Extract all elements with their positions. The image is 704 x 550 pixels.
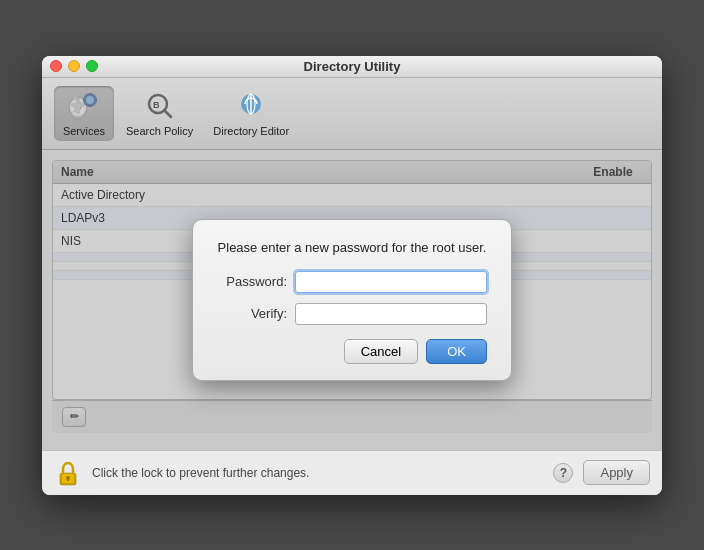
svg-rect-22 [67, 478, 69, 481]
titlebar: Directory Utility [42, 56, 662, 78]
lock-icon [54, 459, 82, 487]
help-button[interactable]: ? [553, 463, 573, 483]
directory-editor-label: Directory Editor [213, 125, 289, 137]
main-content: Name Enable Active Directory LDAPv3 NIS … [42, 150, 662, 450]
cancel-button[interactable]: Cancel [344, 339, 418, 364]
verify-input[interactable] [295, 303, 487, 325]
svg-text:B: B [153, 100, 160, 110]
toolbar: Services B Search Policy [42, 78, 662, 150]
toolbar-item-directory-editor[interactable]: Directory Editor [205, 86, 297, 141]
services-label: Services [63, 125, 105, 137]
password-label: Password: [217, 274, 287, 289]
apply-button[interactable]: Apply [583, 460, 650, 485]
svg-rect-12 [94, 98, 97, 101]
directory-editor-icon [235, 90, 267, 122]
modal-title: Please enter a new password for the root… [217, 240, 487, 255]
password-dialog: Please enter a new password for the root… [192, 219, 512, 381]
password-row: Password: [217, 271, 487, 293]
toolbar-item-services[interactable]: Services [54, 86, 114, 141]
toolbar-item-search-policy[interactable]: B Search Policy [118, 86, 201, 141]
window-title: Directory Utility [304, 59, 401, 74]
svg-rect-10 [89, 104, 92, 107]
svg-rect-11 [83, 98, 86, 101]
svg-rect-9 [89, 93, 92, 96]
search-policy-label: Search Policy [126, 125, 193, 137]
maximize-button[interactable] [86, 60, 98, 72]
svg-line-14 [164, 110, 171, 117]
modal-form: Password: Verify: [217, 271, 487, 325]
minimize-button[interactable] [68, 60, 80, 72]
footer-text: Click the lock to prevent further change… [92, 466, 543, 480]
modal-buttons: Cancel OK [217, 339, 487, 364]
footer: Click the lock to prevent further change… [42, 450, 662, 495]
close-button[interactable] [50, 60, 62, 72]
traffic-lights [50, 60, 98, 72]
services-icon [68, 90, 100, 122]
search-policy-icon: B [144, 90, 176, 122]
password-input[interactable] [295, 271, 487, 293]
verify-label: Verify: [217, 306, 287, 321]
verify-row: Verify: [217, 303, 487, 325]
ok-button[interactable]: OK [426, 339, 487, 364]
modal-overlay: Please enter a new password for the root… [42, 150, 662, 450]
svg-point-8 [86, 96, 94, 104]
main-window: Directory Utility [42, 56, 662, 495]
